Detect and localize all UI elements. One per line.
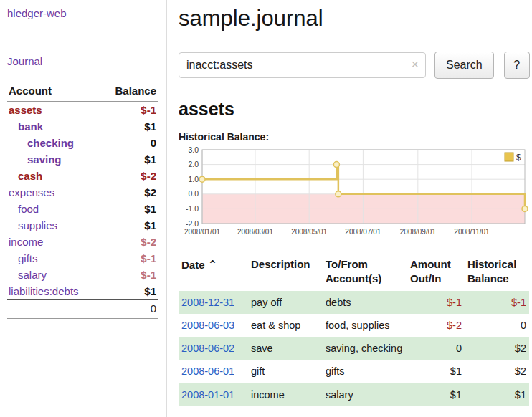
account-row: assets $-1 <box>7 102 158 119</box>
historical-balance-chart: 3.02.01.00.0-1.0-2.02008/01/012008/03/01… <box>179 145 530 249</box>
transaction-date-cell: 2008-06-01 <box>179 360 248 383</box>
svg-text:2008/01/01: 2008/01/01 <box>184 228 220 236</box>
transaction-date-link[interactable]: 2008-01-01 <box>181 389 234 401</box>
account-link[interactable]: supplies <box>18 219 57 231</box>
account-link[interactable]: salary <box>18 269 47 281</box>
transaction-amount: $1 <box>407 360 465 383</box>
transaction-date-link[interactable]: 2008-06-01 <box>181 365 234 377</box>
account-link[interactable]: checking <box>27 137 74 149</box>
register-header-date[interactable]: Date ⌃ <box>179 256 248 291</box>
accounts-table: Account Balance assets $-1 bank $1 check… <box>7 82 158 319</box>
account-row: salary $-1 <box>7 267 158 283</box>
account-row: expenses $2 <box>7 184 158 201</box>
svg-text:-2.0: -2.0 <box>186 219 199 228</box>
account-balance: $-1 <box>101 102 158 119</box>
transaction-date-link[interactable]: 2008-06-02 <box>181 342 234 354</box>
transaction-balance: $-1 <box>465 291 529 314</box>
transaction-date-cell: 2008-12-31 <box>179 291 248 314</box>
help-button[interactable]: ? <box>504 52 530 79</box>
accounts-total-value: 0 <box>101 300 158 318</box>
account-link[interactable]: income <box>9 236 43 248</box>
account-row: gifts $-1 <box>7 250 158 267</box>
accounts-header-account: Account <box>7 82 101 102</box>
account-link[interactable]: assets <box>9 104 42 116</box>
account-name-cell: saving <box>7 151 101 168</box>
sidebar: hledger-web Journal Account Balance asse… <box>0 0 167 417</box>
transaction-accounts: saving, checking <box>323 337 407 360</box>
transaction-row: 2008-06-03 eat & shop food, supplies $-2… <box>179 314 529 337</box>
account-balance: $1 <box>101 283 158 300</box>
app-window: hledger-web Journal Account Balance asse… <box>0 0 532 417</box>
main-content: sample.journal × Search ? assets Histori… <box>167 0 532 417</box>
transaction-balance: 0 <box>465 314 529 337</box>
svg-text:2008/11/01: 2008/11/01 <box>454 228 490 236</box>
account-row: liabilities:debts $1 <box>7 283 158 300</box>
register-header-description: Description <box>248 256 323 291</box>
account-row: food $1 <box>7 201 158 217</box>
account-link[interactable]: saving <box>27 153 62 166</box>
accounts-header-balance: Balance <box>101 82 158 102</box>
transaction-date-link[interactable]: 2008-06-03 <box>181 320 234 331</box>
account-balance: $1 <box>101 217 158 234</box>
search-button[interactable]: Search <box>434 52 494 79</box>
account-name-cell: liabilities:debts <box>7 283 101 300</box>
transaction-date-cell: 2008-06-03 <box>179 314 248 337</box>
journal-link[interactable]: Journal <box>7 55 158 67</box>
transaction-date-cell: 2008-06-02 <box>179 337 248 360</box>
register-header-accounts: To/From Account(s) <box>323 256 407 291</box>
account-row: cash $-2 <box>7 168 158 184</box>
account-row: saving $1 <box>7 151 158 168</box>
transaction-balance: $1 <box>465 383 529 406</box>
register-table: Date ⌃ Description To/From Account(s) Am… <box>179 256 529 406</box>
account-balance: $2 <box>101 184 158 201</box>
account-name-cell: cash <box>7 168 101 184</box>
account-balance: $1 <box>101 151 158 168</box>
search-input[interactable] <box>179 52 426 78</box>
account-link[interactable]: cash <box>18 170 42 182</box>
transaction-accounts: food, supplies <box>323 314 407 337</box>
account-link[interactable]: liabilities:debts <box>9 285 79 297</box>
account-name-cell: supplies <box>7 217 101 234</box>
account-link[interactable]: gifts <box>18 252 38 264</box>
transaction-accounts: gifts <box>323 360 407 383</box>
account-balance: 0 <box>101 135 158 151</box>
account-name-cell: income <box>7 234 101 250</box>
transaction-amount: $-1 <box>407 291 465 314</box>
svg-text:0.0: 0.0 <box>188 189 199 198</box>
transaction-description: pay off <box>248 291 323 314</box>
transaction-row: 2008-01-01 income salary $1 $1 <box>179 383 529 406</box>
transaction-description: gift <box>248 360 323 383</box>
account-balance: $-1 <box>101 250 158 267</box>
register-header-balance: Historical Balance <box>465 256 529 291</box>
account-link[interactable]: food <box>18 203 39 215</box>
account-balance: $1 <box>101 201 158 217</box>
account-balance: $1 <box>101 118 158 135</box>
svg-text:2.0: 2.0 <box>188 160 199 168</box>
transaction-amount: 0 <box>407 337 465 360</box>
account-balance: $-1 <box>101 267 158 283</box>
account-link[interactable]: expenses <box>9 186 54 198</box>
transaction-accounts: debts <box>323 291 407 314</box>
account-name-cell: assets <box>7 102 101 119</box>
transaction-description: eat & shop <box>248 314 323 337</box>
account-link[interactable]: bank <box>18 120 43 133</box>
account-name-cell: expenses <box>7 184 101 201</box>
svg-text:$: $ <box>516 153 521 163</box>
transaction-accounts: salary <box>323 383 407 406</box>
svg-text:2008/03/01: 2008/03/01 <box>237 228 273 236</box>
clear-search-icon[interactable]: × <box>411 57 419 72</box>
search-box: × <box>179 52 426 78</box>
account-row: bank $1 <box>7 118 158 135</box>
svg-text:2008/05/01: 2008/05/01 <box>291 228 327 236</box>
transaction-date-link[interactable]: 2008-12-31 <box>181 297 234 308</box>
register-header-date-label: Date <box>181 259 205 271</box>
account-balance: $-2 <box>101 234 158 250</box>
search-form: × Search ? <box>179 52 530 79</box>
transaction-row: 2008-12-31 pay off debts $-1 $-1 <box>179 291 529 314</box>
register-header-amount: Amount Out/In <box>407 256 465 291</box>
app-title-link[interactable]: hledger-web <box>7 7 158 19</box>
chart-title: Historical Balance: <box>179 131 530 143</box>
transaction-row: 2008-06-01 gift gifts $1 $2 <box>179 360 529 383</box>
transaction-description: income <box>248 383 323 406</box>
transaction-date-cell: 2008-01-01 <box>179 383 248 406</box>
